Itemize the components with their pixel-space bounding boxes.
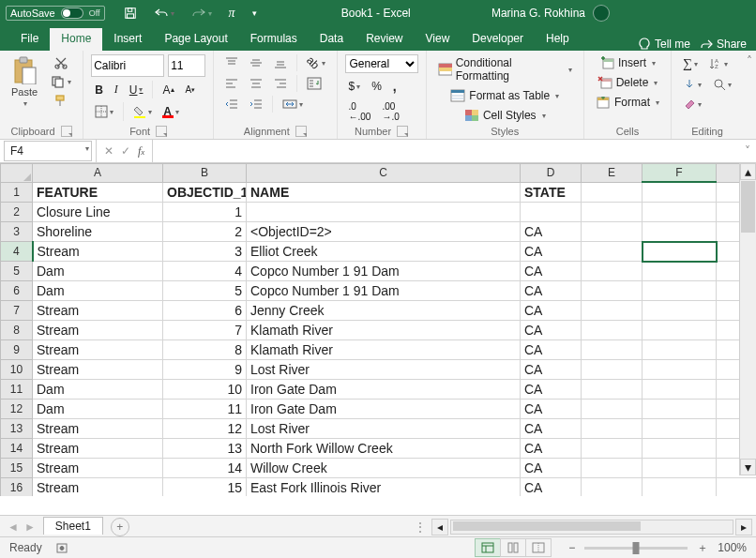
shrink-font-button[interactable]: A▾ — [182, 83, 200, 97]
font-color-button[interactable]: A▾ — [159, 102, 183, 121]
cell-G16[interactable] — [717, 478, 757, 497]
cell-E1[interactable] — [582, 182, 643, 203]
cell-B11[interactable]: 10 — [163, 380, 247, 400]
find-select-button[interactable]: ▾ — [709, 76, 735, 93]
cell-F12[interactable] — [643, 400, 717, 419]
cell-C1[interactable]: NAME — [247, 182, 521, 203]
select-all-button[interactable] — [1, 164, 33, 183]
col-header-E[interactable]: E — [582, 164, 643, 183]
vertical-scrollbar[interactable]: ▴ ▾ — [739, 163, 756, 475]
enter-formula-button[interactable]: ✓ — [121, 144, 130, 158]
cell-B6[interactable]: 5 — [163, 281, 247, 301]
expand-formula-bar-button[interactable]: ˅ — [739, 144, 756, 158]
number-launcher[interactable] — [397, 126, 408, 137]
zoom-out-button[interactable]: − — [565, 539, 579, 556]
cell-D6[interactable]: CA — [521, 281, 582, 301]
tell-me-button[interactable]: Tell me — [638, 38, 690, 51]
row-header-5[interactable]: 5 — [1, 262, 33, 281]
scroll-down-button[interactable]: ▾ — [740, 459, 756, 475]
cell-A5[interactable]: Dam — [33, 262, 163, 281]
row-header-14[interactable]: 14 — [1, 439, 33, 459]
cell-F6[interactable] — [643, 281, 717, 301]
cell-C6[interactable]: Copco Number 1 91 Dam — [247, 281, 521, 301]
cell-E14[interactable] — [582, 439, 643, 459]
macro-record-button[interactable] — [55, 541, 68, 554]
cell-F11[interactable] — [643, 380, 717, 400]
cell-B1[interactable]: OBJECTID_1 — [163, 182, 247, 203]
cut-button[interactable] — [47, 54, 75, 71]
cell-C11[interactable]: Iron Gate Dam — [247, 380, 521, 400]
ribbon-options-button[interactable] — [623, 5, 643, 22]
cell-C16[interactable]: East Fork Illinois River — [247, 478, 521, 497]
cell-D9[interactable]: CA — [521, 340, 582, 360]
format-as-table-button[interactable]: Format as Table▾ — [434, 87, 576, 104]
hscroll-split-handle[interactable]: ⋮ — [415, 520, 426, 534]
cell-C9[interactable]: Klamath River — [247, 340, 521, 360]
cell-E8[interactable] — [582, 321, 643, 340]
conditional-formatting-button[interactable]: Conditional Formatting▾ — [434, 54, 576, 84]
view-normal-button[interactable] — [475, 538, 501, 557]
cell-E9[interactable] — [582, 340, 643, 360]
autosum-button[interactable]: ∑▾ — [679, 54, 702, 73]
cell-D10[interactable]: CA — [521, 360, 582, 380]
row-header-2[interactable]: 2 — [1, 203, 33, 222]
cell-F7[interactable] — [643, 301, 717, 321]
cell-D15[interactable]: CA — [521, 459, 582, 478]
cell-F2[interactable] — [643, 203, 717, 222]
decrease-indent-button[interactable] — [221, 96, 242, 113]
cell-E11[interactable] — [582, 380, 643, 400]
cell-F9[interactable] — [643, 340, 717, 360]
cell-F14[interactable] — [643, 439, 717, 459]
cancel-formula-button[interactable]: ✕ — [104, 144, 113, 158]
row-header-7[interactable]: 7 — [1, 301, 33, 321]
cell-C5[interactable]: Copco Number 1 91 Dam — [247, 262, 521, 281]
insert-function-button[interactable]: fx — [138, 144, 144, 158]
cell-F10[interactable] — [643, 360, 717, 380]
collapse-ribbon-button[interactable]: ˄ — [743, 51, 756, 71]
cell-C3[interactable]: <ObjectID=2> — [247, 222, 521, 242]
cell-F13[interactable] — [643, 419, 717, 439]
cell-A1[interactable]: FEATURE — [33, 182, 163, 203]
cell-D7[interactable]: CA — [521, 301, 582, 321]
align-middle-button[interactable] — [246, 54, 266, 71]
cell-E3[interactable] — [582, 222, 643, 242]
font-name-combo[interactable] — [91, 54, 164, 77]
tab-developer[interactable]: Developer — [461, 28, 535, 51]
cell-A16[interactable]: Stream — [33, 478, 163, 497]
cell-B5[interactable]: 4 — [163, 262, 247, 281]
hscroll-right-button[interactable]: ▸ — [735, 519, 752, 535]
col-header-D[interactable]: D — [521, 164, 582, 183]
col-header-F[interactable]: F — [643, 164, 717, 183]
row-header-16[interactable]: 16 — [1, 478, 33, 497]
col-header-B[interactable]: B — [163, 164, 247, 183]
cell-D14[interactable]: CA — [521, 439, 582, 459]
cell-F16[interactable] — [643, 478, 717, 497]
cell-E12[interactable] — [582, 400, 643, 419]
cell-A8[interactable]: Stream — [33, 321, 163, 340]
alignment-launcher[interactable] — [295, 126, 307, 137]
cell-F15[interactable] — [643, 459, 717, 478]
copy-button[interactable]: ▾ — [47, 73, 75, 90]
format-painter-button[interactable] — [47, 92, 75, 109]
cell-A14[interactable]: Stream — [33, 439, 163, 459]
cell-F5[interactable] — [643, 262, 717, 281]
cell-F4[interactable] — [643, 242, 717, 262]
cell-D16[interactable]: CA — [521, 478, 582, 497]
cell-B14[interactable]: 13 — [163, 439, 247, 459]
cell-D1[interactable]: STATE — [521, 182, 582, 203]
borders-button[interactable]: ▾ — [91, 103, 117, 120]
pi-quick-button[interactable]: π — [225, 4, 239, 23]
cell-A9[interactable]: Stream — [33, 340, 163, 360]
cell-C4[interactable]: Elliot Creek — [247, 242, 521, 262]
tab-insert[interactable]: Insert — [102, 28, 153, 51]
scroll-up-button[interactable]: ▴ — [740, 163, 756, 180]
tab-review[interactable]: Review — [355, 28, 414, 51]
cell-D8[interactable]: CA — [521, 321, 582, 340]
cell-D11[interactable]: CA — [521, 380, 582, 400]
cell-A3[interactable]: Shoreline — [33, 222, 163, 242]
cell-E4[interactable] — [582, 242, 643, 262]
cell-C7[interactable]: Jenny Creek — [247, 301, 521, 321]
increase-decimal-button[interactable]: .0←.00 — [345, 99, 375, 124]
cell-C15[interactable]: Willow Creek — [247, 459, 521, 478]
cell-B15[interactable]: 14 — [163, 459, 247, 478]
